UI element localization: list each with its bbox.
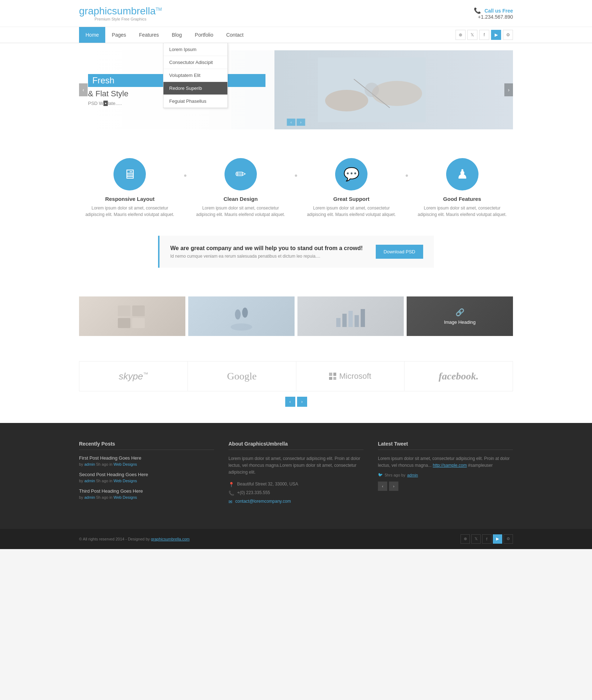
google-logo: Google (227, 370, 256, 382)
tweet-prev-button[interactable]: ‹ (378, 482, 387, 491)
gallery-item-dark[interactable]: 🔗 Image Heading (407, 296, 513, 336)
social-vimeo-icon[interactable]: ▶ (491, 30, 501, 40)
dropdown-consectutor[interactable]: Consectutor Adiscipit (163, 56, 227, 69)
copyright-text: © All rights reserved 2014 - Designed by… (79, 537, 190, 541)
footer-facebook-icon[interactable]: f (482, 534, 491, 544)
features-dropdown: Lorem Ipsum Consectutor Adiscipit Volupt… (163, 43, 228, 108)
address-icon: 📍 (228, 482, 234, 487)
post-1-category-link[interactable]: Web Designs (114, 462, 137, 466)
puzzle-illustration (114, 302, 150, 331)
chat-icon: 💬 (343, 167, 360, 182)
post-3-category-link[interactable]: Web Designs (114, 495, 137, 499)
dropdown-lorem-ipsum[interactable]: Lorem Ipsum (163, 43, 227, 56)
slider-dot-prev[interactable]: ‹ (287, 119, 296, 126)
feature-support-title: Great Support (304, 196, 399, 202)
footer-email-link[interactable]: contact@loremcompany.com (235, 499, 291, 504)
footer-grid: Recently Posts First Post Heading Goes H… (79, 441, 513, 507)
post-1-author-link[interactable]: admin (84, 462, 95, 466)
about-heading: About GraphicsUmbrella (228, 441, 364, 450)
feature-good-desc: Lorem ipsum dolor sit amet, consectetur … (415, 205, 510, 218)
post-2-time: 5h ago in (96, 479, 114, 483)
feature-responsive-circle: 🖥 (114, 158, 146, 190)
svg-point-1 (325, 90, 368, 111)
post-1-time: 5h ago in (96, 462, 114, 466)
logo-text: graphicsumbrellaTM (79, 5, 162, 17)
footer-address: 📍 Beautiful Street 32, 33000, USA (228, 482, 364, 487)
gallery-item-1[interactable] (79, 296, 185, 336)
phone-footer-icon: 📞 (228, 491, 234, 496)
social-settings-icon[interactable]: ⚙ (503, 30, 513, 40)
partner-facebook: facebook. (404, 361, 513, 391)
call-free-label: Call us Free (485, 8, 513, 14)
tweet-time: 5hrs ago by (385, 473, 405, 477)
dropdown-feguiat[interactable]: Feguiat Phasellus (163, 95, 227, 108)
tweet-author-link[interactable]: admin (407, 473, 418, 477)
partners-section: skype™ Google Microsoft facebook. ‹ › (0, 350, 592, 423)
tweet-link[interactable]: http://sample.com (433, 463, 467, 468)
gallery-item-3[interactable] (297, 296, 404, 336)
gallery-link-icon: 🔗 (455, 308, 464, 317)
footer-settings-icon[interactable]: ⚙ (504, 534, 513, 544)
svg-rect-5 (118, 305, 130, 316)
slider-prev-arrow[interactable]: ‹ (79, 83, 88, 96)
nav-home[interactable]: Home (79, 27, 105, 43)
footer-bottom: © All rights reserved 2014 - Designed by… (0, 529, 592, 549)
svg-rect-7 (118, 318, 130, 328)
nav-features[interactable]: Features Lorem Ipsum Consectutor Adiscip… (133, 27, 165, 43)
nav-items: Home Pages Features Lorem Ipsum Consectu… (79, 27, 455, 43)
post-3-author-link[interactable]: admin (84, 495, 95, 499)
nav-pages[interactable]: Pages (105, 27, 133, 43)
gallery-image-heading: Image Heading (444, 319, 476, 325)
nav-blog[interactable]: Blog (165, 27, 188, 43)
pencil-icon: ✏ (235, 167, 246, 182)
footer-about: About GraphicsUmbrella Lorem ipsum dolor… (228, 441, 364, 507)
nav-contact[interactable]: Contact (220, 27, 250, 43)
footer-twitter-icon[interactable]: 𝕏 (471, 534, 481, 544)
chart-illustration (334, 304, 367, 329)
post-2-author-link[interactable]: admin (84, 479, 95, 483)
gallery-item-2[interactable] (188, 296, 295, 336)
feature-dot-3: • (405, 171, 408, 181)
svg-rect-6 (132, 305, 145, 316)
slider-dot-next[interactable]: › (297, 119, 305, 126)
dropdown-voluptatem[interactable]: Voluptatem Elit (163, 69, 227, 82)
svg-rect-13 (342, 314, 347, 327)
feature-good-circle: ♟ (446, 158, 478, 190)
facebook-logo: facebook. (439, 370, 478, 382)
tweet-next-button[interactable]: › (389, 482, 398, 491)
post-2-category-link[interactable]: Web Designs (114, 479, 137, 483)
slider-next-arrow[interactable]: › (504, 83, 513, 96)
post-1-title: First Post Heading Goes Here (79, 455, 214, 461)
footer-brand-link[interactable]: graphicsumbrella.com (151, 537, 190, 541)
logo: graphicsumbrellaTM Premium Style Free Gr… (79, 5, 162, 21)
about-text: Lorem ipsum dolor sit amet, consectetur … (228, 455, 364, 476)
partners-grid: skype™ Google Microsoft facebook. (79, 361, 513, 391)
hero-illustration (318, 57, 426, 122)
post-3-by: by (79, 495, 84, 499)
social-rss-icon[interactable]: ⊕ (455, 30, 466, 40)
feature-clean-circle: ✏ (225, 158, 257, 190)
footer-rss-icon[interactable]: ⊕ (461, 534, 470, 544)
feature-good: ♟ Good Features Lorem ipsum dolor sit am… (415, 158, 510, 218)
cta-heading: We are great company and we will help yo… (170, 245, 363, 252)
svg-rect-15 (355, 315, 359, 327)
cta-text: We are great company and we will help yo… (170, 245, 363, 259)
dropdown-redore[interactable]: Redore Superib (163, 82, 227, 95)
tweet-text: Lorem ipsum dolor sit amet, consectetur … (378, 455, 513, 469)
partners-next-button[interactable]: › (297, 397, 307, 407)
contact-info: 📞 Call us Free +1.234.567.890 (474, 7, 513, 20)
download-psd-button[interactable]: Download PSD (376, 245, 423, 259)
logo-tm: TM (156, 7, 162, 12)
footer-vimeo-icon[interactable]: ▶ (493, 534, 502, 544)
cta-subtext: Id nemo cumque veniam ea rerum salesuada… (170, 254, 363, 259)
nav-portfolio[interactable]: Portfolio (188, 27, 219, 43)
social-facebook-icon[interactable]: f (479, 30, 489, 40)
phone-icon: 📞 (474, 8, 481, 14)
social-twitter-icon[interactable]: 𝕏 (467, 30, 477, 40)
feature-dot-1: • (184, 171, 186, 181)
partners-prev-button[interactable]: ‹ (285, 397, 295, 407)
hero-slider: ‹ Fresh & Flat Style PSD W▪late..... › ‹ (79, 50, 513, 129)
partners-nav: ‹ › (79, 391, 513, 412)
tweet-nav: ‹ › (378, 482, 513, 491)
tweet-meta: 🐦 5hrs ago by admin (378, 473, 513, 477)
